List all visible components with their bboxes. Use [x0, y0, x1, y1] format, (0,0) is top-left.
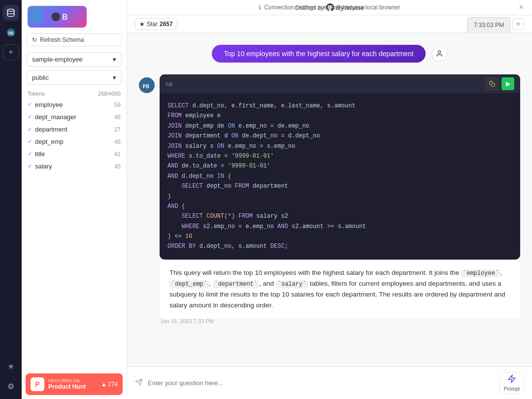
chat-input[interactable]	[148, 379, 495, 387]
prompt-section: Top 10 employees with the highest salary…	[139, 41, 520, 66]
table-list: ✓ employee 59 ✓ dept_manager 48 ✓ depart…	[22, 99, 127, 369]
product-hunt-label: Product Hunt	[48, 383, 86, 390]
crafted-by-text: Crafted by Bytebase	[295, 3, 365, 11]
table-row-count: 41	[114, 151, 121, 158]
svg-text:B: B	[62, 13, 68, 21]
sql-code-block: sql ▶ SELECT d.dept_no, e.first_name, e.…	[160, 74, 520, 260]
prompt-label-text: Prompt	[504, 386, 520, 392]
check-icon: ✓	[28, 138, 32, 145]
input-area: Prompt	[127, 366, 532, 399]
ph-sub-label: FEATURED ON	[48, 378, 86, 383]
table-list-item[interactable]: ✓ title 41	[22, 148, 127, 160]
check-icon: ✓	[28, 114, 32, 120]
tab-bar: ★ Star 2657 7:33:03 PM +	[127, 15, 532, 33]
table-row-count: 59	[114, 101, 121, 108]
database-name: sample-employee	[32, 56, 83, 63]
sidebar-icon-strip: pg + ☀ ⚙	[0, 0, 22, 399]
gear-icon: ⚙	[7, 382, 14, 391]
sidebar-icon-database[interactable]	[3, 5, 19, 21]
refresh-icon: ↻	[32, 36, 37, 43]
send-icon[interactable]	[135, 378, 143, 388]
left-panel: B ↻ Refresh Schema sample-employee ▾ pub…	[22, 0, 127, 399]
run-code-button[interactable]: ▶	[501, 77, 514, 90]
product-hunt-count: ▲ 274	[101, 381, 118, 388]
code-actions: ▶	[486, 77, 514, 90]
user-icon-button[interactable]	[432, 46, 447, 62]
chevron-down-icon-schema: ▾	[113, 74, 116, 81]
star-button[interactable]: ★ Star 2657	[135, 18, 177, 30]
app-logo: B	[28, 6, 87, 28]
product-hunt-banner[interactable]: P FEATURED ON Product Hunt ▲ 274	[26, 373, 123, 395]
code-response: sql ▶ SELECT d.dept_no, e.first_name, e.…	[160, 74, 520, 324]
svg-point-4	[52, 12, 61, 21]
table-list-item[interactable]: ✓ salary 45	[22, 160, 127, 172]
main-content: ℹ Connection settings are stored in your…	[127, 0, 532, 399]
brand-name: Bytebase	[336, 4, 365, 11]
table-list-item[interactable]: ✓ dept_emp 48	[22, 135, 127, 148]
star-count: 2657	[160, 21, 173, 28]
svg-point-6	[438, 51, 440, 53]
pg-avatar: pg	[139, 77, 155, 93]
tokens-header: Tokens 268/4000	[22, 89, 127, 99]
schema-selector[interactable]: public ▾	[27, 70, 122, 85]
sun-icon: ☀	[7, 362, 14, 371]
check-icon: ✓	[28, 151, 32, 157]
sidebar-icon-elephant[interactable]: pg	[3, 25, 19, 40]
check-icon: ✓	[28, 101, 32, 108]
app-logo-area: B	[22, 0, 127, 32]
chat-area: Top 10 employees with the highest salary…	[127, 33, 532, 366]
table-name: employee	[35, 101, 63, 108]
table-list-item[interactable]: ✓ dept_manager 48	[22, 111, 127, 123]
message-timestamp: Jun 16, 2023 7:33 PM	[160, 318, 520, 324]
svg-text:pg: pg	[143, 82, 149, 88]
response-text: This query will return the top 10 employ…	[160, 260, 520, 319]
info-icon: ℹ	[259, 4, 261, 11]
close-button[interactable]: ×	[516, 2, 526, 12]
svg-rect-8	[492, 83, 495, 87]
table-list-item[interactable]: ✓ employee 59	[22, 99, 127, 111]
table-row-count: 48	[114, 138, 121, 145]
code-language-label: sql	[166, 81, 172, 87]
svg-marker-11	[508, 375, 515, 383]
code-content: SELECT d.dept_no, e.first_name, e.last_n…	[160, 93, 520, 260]
table-row-count: 48	[114, 114, 121, 121]
svg-text:pg: pg	[8, 30, 13, 35]
sidebar-icon-add[interactable]: +	[3, 44, 19, 60]
check-icon: ✓	[28, 126, 32, 133]
table-name: dept_manager	[35, 113, 76, 121]
tokens-label: Tokens	[28, 91, 45, 97]
code-block-header: sql ▶	[160, 74, 520, 93]
svg-point-0	[7, 9, 14, 12]
prompt-label-button[interactable]: Prompt	[499, 372, 524, 394]
chevron-down-icon: ▾	[113, 56, 116, 63]
table-name: dept_emp	[35, 138, 64, 145]
table-row-count: 45	[114, 163, 121, 170]
notification-bar: ℹ Connection settings are stored in your…	[127, 0, 532, 15]
sidebar-icon-settings[interactable]: ⚙	[3, 378, 19, 394]
refresh-schema-button[interactable]: ↻ Refresh Schema	[27, 33, 122, 46]
add-tab-button[interactable]: +	[512, 18, 524, 30]
tab-label: 7:33:03 PM	[474, 22, 504, 29]
tab-session[interactable]: 7:33:03 PM	[467, 17, 510, 33]
prompt-button[interactable]: Top 10 employees with the highest salary…	[212, 45, 425, 63]
tokens-count: 268/4000	[98, 91, 121, 97]
refresh-label: Refresh Schema	[40, 36, 84, 43]
sidebar-icon-sun[interactable]: ☀	[3, 359, 19, 374]
star-label: Star	[147, 21, 158, 28]
table-row-count: 27	[114, 126, 121, 133]
table-list-item[interactable]: ✓ department 27	[22, 123, 127, 135]
svg-point-3	[42, 10, 53, 21]
copy-code-button[interactable]	[486, 77, 499, 90]
table-name: department	[35, 126, 67, 133]
check-icon: ✓	[28, 163, 32, 169]
database-selector[interactable]: sample-employee ▾	[27, 52, 122, 66]
prompt-icon	[507, 374, 516, 385]
star-icon: ★	[139, 21, 145, 28]
product-hunt-logo: P	[31, 377, 44, 391]
table-name: salary	[35, 163, 52, 170]
schema-name: public	[32, 74, 49, 81]
table-name: title	[35, 150, 45, 158]
